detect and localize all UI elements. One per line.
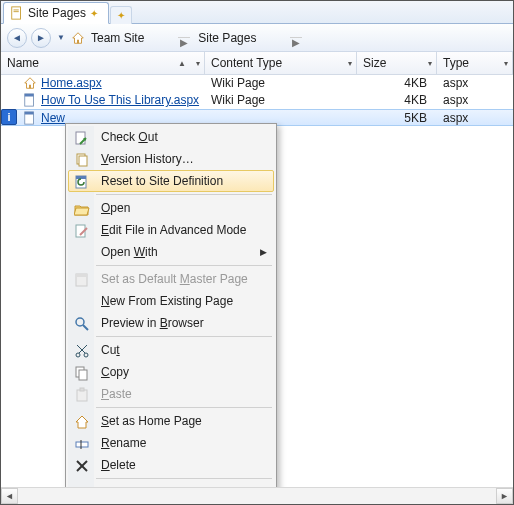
menu-new-from-existing[interactable]: New From Existing Page — [68, 290, 274, 312]
menu-label: Set as Default Master Page — [101, 272, 248, 286]
file-list: Home.aspx Wiki Page 4KB aspx How To Use … — [1, 75, 513, 126]
cell-size: 4KB — [357, 76, 437, 90]
cell-type: aspx — [437, 111, 513, 125]
filter-drop-icon[interactable]: ▾ — [504, 59, 508, 68]
menu-delete[interactable]: Delete — [68, 454, 274, 476]
delete-icon — [73, 457, 91, 475]
svg-point-23 — [84, 353, 88, 357]
menu-label: Paste — [101, 387, 132, 401]
home-icon — [71, 31, 85, 45]
forward-button[interactable]: ► — [31, 28, 51, 48]
col-type-label: Type — [443, 56, 469, 70]
menu-label: Preview in Browser — [101, 316, 204, 330]
aspx-page-icon — [23, 111, 37, 125]
col-name-label: Name — [7, 56, 39, 70]
new-tab-button[interactable]: ✦ — [110, 6, 132, 24]
svg-rect-27 — [79, 370, 87, 380]
menu-separator — [96, 407, 272, 408]
menu-separator — [96, 478, 272, 479]
breadcrumb-current[interactable]: Site Pages — [195, 29, 259, 47]
col-type[interactable]: Type ▾ — [437, 52, 513, 74]
svg-rect-2 — [14, 11, 19, 12]
cell-type: aspx — [437, 76, 513, 90]
svg-rect-1 — [14, 10, 19, 11]
svg-rect-4 — [77, 39, 79, 43]
menu-edit-advanced[interactable]: Edit File in Advanced Mode — [68, 219, 274, 241]
rename-icon — [73, 435, 91, 453]
menu-label: Edit File in Advanced Mode — [101, 223, 246, 237]
sort-asc-icon: ▲ — [178, 59, 186, 68]
svg-rect-8 — [25, 94, 34, 97]
menu-label: Open With — [101, 245, 158, 259]
reset-icon — [73, 173, 91, 191]
menu-version-history[interactable]: Version History… — [68, 148, 274, 170]
col-content-type[interactable]: Content Type ▾ — [205, 52, 357, 74]
menu-label: Rename — [101, 436, 146, 450]
menu-preview-browser[interactable]: Preview in Browser — [68, 312, 274, 334]
menu-cut[interactable]: Cut — [68, 339, 274, 361]
scroll-left-button[interactable]: ◄ — [1, 488, 18, 504]
svg-point-20 — [76, 318, 84, 326]
cut-icon — [73, 342, 91, 360]
tab-site-pages[interactable]: Site Pages ✦ — [3, 2, 109, 24]
menu-check-out[interactable]: Check Out — [68, 126, 274, 148]
horizontal-scrollbar[interactable]: ◄ ► — [1, 487, 513, 504]
cell-ctype: Wiki Page — [205, 76, 357, 90]
list-item[interactable]: Home.aspx Wiki Page 4KB aspx — [1, 75, 513, 92]
filter-drop-icon[interactable]: ▾ — [428, 59, 432, 68]
svg-point-22 — [76, 353, 80, 357]
back-button[interactable]: ◄ — [7, 28, 27, 48]
cell-type: aspx — [437, 93, 513, 107]
menu-copy[interactable]: Copy — [68, 361, 274, 383]
file-name[interactable]: How To Use This Library.aspx — [41, 93, 199, 107]
cell-size: 4KB — [357, 93, 437, 107]
svg-rect-14 — [79, 156, 87, 166]
menu-rename[interactable]: Rename — [68, 432, 274, 454]
file-name[interactable]: New — [41, 111, 65, 125]
column-headers: Name ▲ ▾ Content Type ▾ Size ▾ Type ▾ — [1, 52, 513, 75]
svg-line-25 — [77, 345, 85, 353]
menu-separator — [96, 194, 272, 195]
svg-rect-6 — [29, 85, 31, 89]
sharepoint-designer-window: Site Pages ✦ ✦ ◄ ► ▼ Team Site ▶ Site Pa… — [0, 0, 514, 505]
col-name[interactable]: Name ▲ ▾ — [1, 52, 205, 74]
menu-open-with[interactable]: Open With ▶ — [68, 241, 274, 263]
breadcrumb-sep-icon: ▶ — [178, 37, 190, 38]
filter-drop-icon[interactable]: ▾ — [196, 59, 200, 68]
svg-rect-28 — [77, 390, 87, 401]
menu-label: New From Existing Page — [101, 294, 233, 308]
preview-icon — [73, 315, 91, 333]
svg-rect-10 — [25, 111, 34, 114]
svg-rect-19 — [76, 274, 87, 277]
page-icon — [10, 6, 24, 20]
menu-label: Cut — [101, 343, 120, 357]
col-size[interactable]: Size ▾ — [357, 52, 437, 74]
scroll-track[interactable] — [18, 488, 496, 504]
cell-ctype: Wiki Page — [205, 93, 357, 107]
home-page-icon — [73, 413, 91, 431]
list-item[interactable]: How To Use This Library.aspx Wiki Page 4… — [1, 92, 513, 109]
history-dropdown[interactable]: ▼ — [55, 28, 67, 48]
filter-drop-icon[interactable]: ▾ — [348, 59, 352, 68]
menu-set-home-page[interactable]: Set as Home Page — [68, 410, 274, 432]
breadcrumb: Team Site ▶ Site Pages ▶ — [71, 29, 304, 47]
scroll-right-button[interactable]: ► — [496, 488, 513, 504]
cell-size: 5KB — [357, 111, 437, 125]
breadcrumb-root[interactable]: Team Site — [88, 29, 147, 47]
aspx-page-icon — [23, 93, 37, 107]
menu-label: Set as Home Page — [101, 414, 202, 428]
svg-line-21 — [83, 325, 88, 330]
submenu-arrow-icon: ▶ — [260, 247, 267, 257]
version-history-icon — [73, 151, 91, 169]
menu-label: Reset to Site Definition — [101, 174, 223, 188]
modified-star-icon: ✦ — [90, 8, 98, 19]
edit-advanced-icon — [73, 222, 91, 240]
svg-rect-0 — [12, 7, 21, 19]
menu-label: Copy — [101, 365, 129, 379]
context-menu: Check Out Version History… Reset to Site… — [65, 123, 277, 505]
new-tab-icon: ✦ — [117, 10, 125, 21]
menu-reset-site-definition[interactable]: Reset to Site Definition — [68, 170, 274, 192]
file-name[interactable]: Home.aspx — [41, 76, 102, 90]
menu-open[interactable]: Open — [68, 197, 274, 219]
svg-marker-30 — [76, 416, 88, 428]
